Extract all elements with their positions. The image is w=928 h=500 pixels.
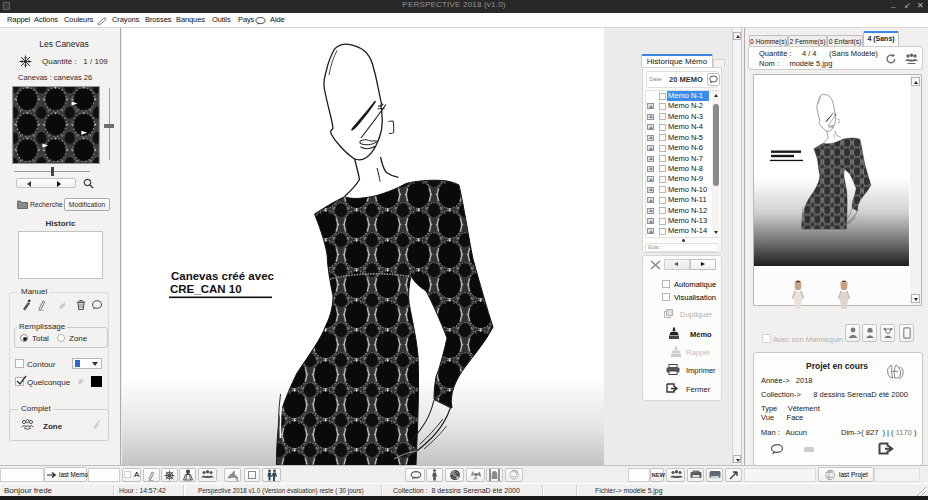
svg-text:Canevas créé avec: Canevas créé avec bbox=[171, 270, 275, 282]
svg-text:CRE_CAN 10: CRE_CAN 10 bbox=[170, 283, 242, 295]
